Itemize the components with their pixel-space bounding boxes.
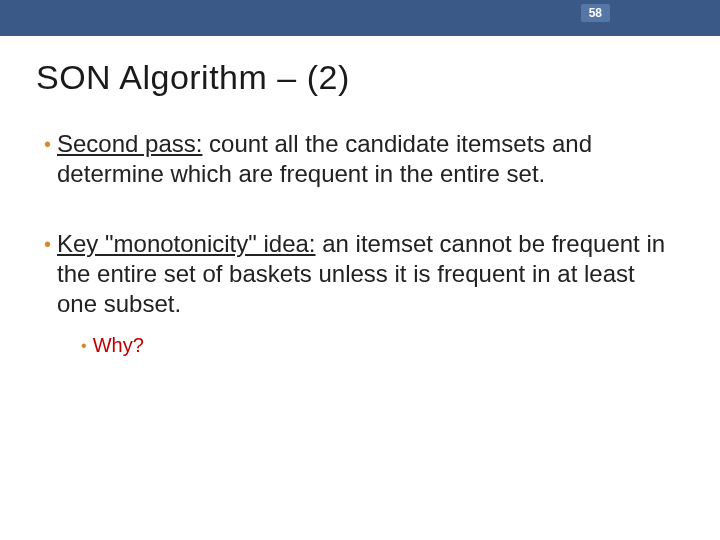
bullet-icon: • [44, 129, 51, 189]
slide: 58 SON Algorithm – (2) • Second pass: co… [0, 0, 720, 540]
bullet-text: Key "monotonicity" idea: an itemset cann… [57, 229, 672, 359]
bullet-icon: • [44, 229, 51, 359]
header-bar: 58 [0, 0, 720, 36]
sub-bullet-text: Why? [93, 333, 672, 359]
bullet-lead: Second pass: [57, 130, 202, 157]
bullet-icon: • [81, 333, 87, 359]
bullet-item: • Second pass: count all the candidate i… [44, 129, 672, 189]
slide-body: • Second pass: count all the candidate i… [44, 129, 672, 359]
sub-bullet-item: • Why? [81, 333, 672, 359]
slide-title: SON Algorithm – (2) [36, 58, 720, 97]
page-number: 58 [581, 4, 610, 22]
bullet-lead: Key "monotonicity" idea: [57, 230, 316, 257]
bullet-item: • Key "monotonicity" idea: an itemset ca… [44, 229, 672, 359]
bullet-text: Second pass: count all the candidate ite… [57, 129, 672, 189]
